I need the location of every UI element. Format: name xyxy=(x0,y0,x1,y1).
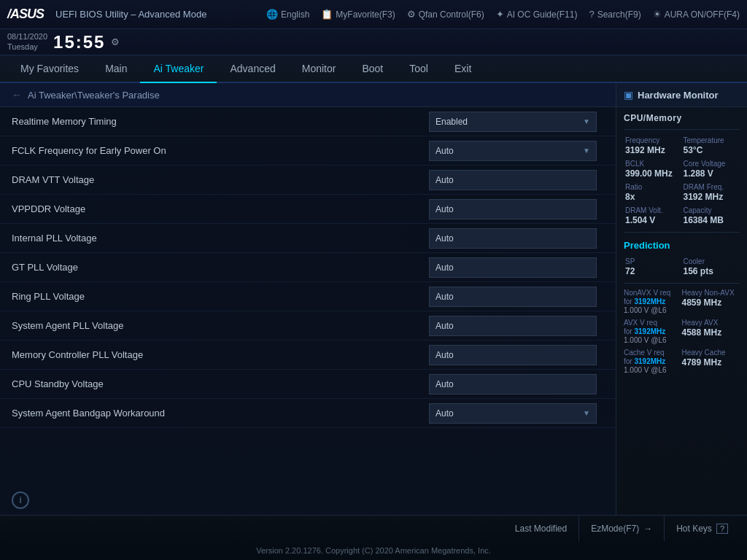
chevron-down-icon: ▼ xyxy=(583,117,590,125)
setting-value: Auto ▼ xyxy=(429,141,604,161)
fclk-frequency-dropdown[interactable]: Auto ▼ xyxy=(429,141,597,161)
monitor-title-text: Hardware Monitor xyxy=(638,90,719,101)
setting-system-agent-pll-voltage: System Agent PLL Voltage Auto xyxy=(0,311,616,341)
header-tool-qfan[interactable]: ⚙ Qfan Control(F6) xyxy=(407,9,484,20)
monitor-cell-ratio: Ratio 8x xyxy=(624,181,682,204)
internal-pll-voltage-input[interactable]: Auto xyxy=(429,228,597,249)
monitor-cell-core-voltage: Core Voltage 1.288 V xyxy=(682,158,740,181)
setting-label: DRAM VTT Voltage xyxy=(12,174,429,185)
hw-monitor-title: ▣ Hardware Monitor xyxy=(616,83,747,107)
monitor-cell-frequency: Frequency 3192 MHz xyxy=(624,134,682,158)
search-icon: ? xyxy=(589,9,594,20)
monitor-cell-temperature: Temperature 53°C xyxy=(682,134,740,158)
nav-ai-tweaker[interactable]: Ai Tweaker xyxy=(140,55,217,83)
setting-value: Auto xyxy=(429,170,604,190)
time-display: 15:55 xyxy=(53,32,105,52)
memory-controller-pll-voltage-input[interactable]: Auto xyxy=(429,345,597,365)
prediction-section-title: Prediction xyxy=(616,236,747,254)
nav-boot[interactable]: Boot xyxy=(349,55,396,82)
breadcrumb-path: Ai Tweaker\Tweaker's Paradise xyxy=(28,90,160,101)
date-block: 08/11/2020 Tuesday xyxy=(7,32,47,51)
header-tool-aura[interactable]: ☀ AURA ON/OFF(F4) xyxy=(653,9,740,20)
setting-label: CPU Standby Voltage xyxy=(12,378,429,389)
nav-main[interactable]: Main xyxy=(92,55,140,82)
header-tool-search[interactable]: ? Search(F9) xyxy=(589,9,640,20)
header-tool-english[interactable]: 🌐 English xyxy=(266,9,309,20)
version-text: Version 2.20.1276. Copyright (C) 2020 Am… xyxy=(256,546,491,555)
divider xyxy=(624,129,740,130)
chevron-down-icon: ▼ xyxy=(583,147,590,155)
cpu-memory-section-title: CPU/Memory xyxy=(616,107,747,126)
cpu-standby-voltage-input[interactable]: Auto xyxy=(429,374,597,394)
monitor-cell-bclk: BCLK 399.00 MHz xyxy=(624,158,682,181)
hot-keys-icon: ? xyxy=(716,524,728,534)
monitor-cell-cooler: Cooler 156 pts xyxy=(682,255,740,279)
ez-mode-item[interactable]: EzMode(F7) → xyxy=(579,516,665,541)
setting-cpu-standby-voltage: CPU Standby Voltage Auto xyxy=(0,370,616,399)
settings-panel: ← Ai Tweaker\Tweaker's Paradise Realtime… xyxy=(0,83,616,515)
setting-value: Auto xyxy=(429,257,604,278)
header-tools: 🌐 English 📋 MyFavorite(F3) ⚙ Qfan Contro… xyxy=(266,9,740,20)
datetime-area: 08/11/2020 Tuesday 15:55 ⚙ xyxy=(0,29,747,55)
status-bar: Last Modified EzMode(F7) → Hot Keys ? xyxy=(0,515,747,541)
setting-vppddr-voltage: VPPDDR Voltage Auto xyxy=(0,195,616,224)
monitor-cell-dram-freq: DRAM Freq. 3192 MHz xyxy=(682,181,740,204)
last-modified-label: Last Modified xyxy=(515,524,567,534)
setting-memory-controller-pll-voltage: Memory Controller PLL Voltage Auto xyxy=(0,341,616,370)
setting-label: VPPDDR Voltage xyxy=(12,203,429,214)
setting-value: Auto xyxy=(429,228,604,249)
setting-value: Auto xyxy=(429,199,604,219)
setting-dram-vtt-voltage: DRAM VTT Voltage Auto xyxy=(0,166,616,195)
back-arrow-icon[interactable]: ← xyxy=(12,89,22,101)
hw-monitor-panel: ▣ Hardware Monitor CPU/Memory Frequency … xyxy=(616,83,747,515)
system-agent-bandgap-input[interactable]: Auto ▼ xyxy=(429,403,597,424)
setting-label: Memory Controller PLL Voltage xyxy=(12,349,429,360)
nav-tool[interactable]: Tool xyxy=(396,55,441,82)
ring-pll-voltage-input[interactable]: Auto xyxy=(429,287,597,307)
nav-monitor[interactable]: Monitor xyxy=(289,55,349,82)
bios-title: UEFI BIOS Utility – Advanced Mode xyxy=(55,9,206,20)
setting-ring-pll-voltage: Ring PLL Voltage Auto xyxy=(0,282,616,311)
header-tool-aioc[interactable]: ✦ AI OC Guide(F11) xyxy=(496,9,578,20)
setting-fclk-frequency: FCLK Frequency for Early Power On Auto ▼ xyxy=(0,136,616,166)
nav-bar: My Favorites Main Ai Tweaker Advanced Mo… xyxy=(0,55,747,83)
asus-logo: /ASUS xyxy=(7,7,47,22)
gt-pll-voltage-input[interactable]: Auto xyxy=(429,257,597,278)
setting-internal-pll-voltage: Internal PLL Voltage Auto xyxy=(0,224,616,253)
setting-system-agent-bandgap: System Agent Bandgap Workaround Auto ▼ xyxy=(0,399,616,428)
monitor-cell-sp: SP 72 xyxy=(624,255,682,279)
aura-icon: ☀ xyxy=(653,9,662,20)
system-agent-pll-voltage-input[interactable]: Auto xyxy=(429,316,597,336)
info-button[interactable]: i xyxy=(12,491,29,509)
setting-label: FCLK Frequency for Early Power On xyxy=(12,145,429,156)
settings-gear-icon[interactable]: ⚙ xyxy=(111,36,120,47)
setting-label: GT PLL Voltage xyxy=(12,262,429,273)
monitor-icon: ▣ xyxy=(624,89,633,101)
prediction-sp-cooler: SP 72 Cooler 156 pts xyxy=(616,254,747,280)
setting-label: Ring PLL Voltage xyxy=(12,291,429,302)
setting-gt-pll-voltage: GT PLL Voltage Auto xyxy=(0,253,616,282)
setting-label: System Agent PLL Voltage xyxy=(12,320,429,331)
prediction-avx: AVX V req for 3192MHz 1.000 V @L6 Heavy … xyxy=(616,316,747,346)
day: Tuesday xyxy=(7,42,47,52)
prediction-cache: Cache V req for 3192MHz 1.000 V @L6 Heav… xyxy=(616,346,747,376)
setting-value: Auto xyxy=(429,345,604,365)
monitor-cell-dram-volt: DRAM Volt. 1.504 V xyxy=(624,204,682,228)
vppddr-voltage-input[interactable]: Auto xyxy=(429,199,597,219)
realtime-memory-timing-dropdown[interactable]: Enabled ▼ xyxy=(429,112,597,132)
nav-my-favorites[interactable]: My Favorites xyxy=(7,55,92,82)
dram-vtt-voltage-input[interactable]: Auto xyxy=(429,170,597,190)
nav-exit[interactable]: Exit xyxy=(441,55,484,82)
fan-icon: ⚙ xyxy=(407,9,416,20)
date: 08/11/2020 xyxy=(7,32,47,42)
setting-value: Enabled ▼ xyxy=(429,112,604,132)
setting-value: Auto xyxy=(429,287,604,307)
monitor-cell-capacity: Capacity 16384 MB xyxy=(682,204,740,228)
header-tool-myfavorite[interactable]: 📋 MyFavorite(F3) xyxy=(321,9,395,20)
version-bar: Version 2.20.1276. Copyright (C) 2020 Am… xyxy=(0,541,747,560)
last-modified-item[interactable]: Last Modified xyxy=(503,516,579,541)
setting-value: Auto xyxy=(429,316,604,336)
nav-advanced[interactable]: Advanced xyxy=(217,55,288,82)
hot-keys-item[interactable]: Hot Keys ? xyxy=(665,516,740,541)
prediction-nonavx: NonAVX V req for 3192MHz 1.000 V @L6 Hea… xyxy=(616,287,747,316)
